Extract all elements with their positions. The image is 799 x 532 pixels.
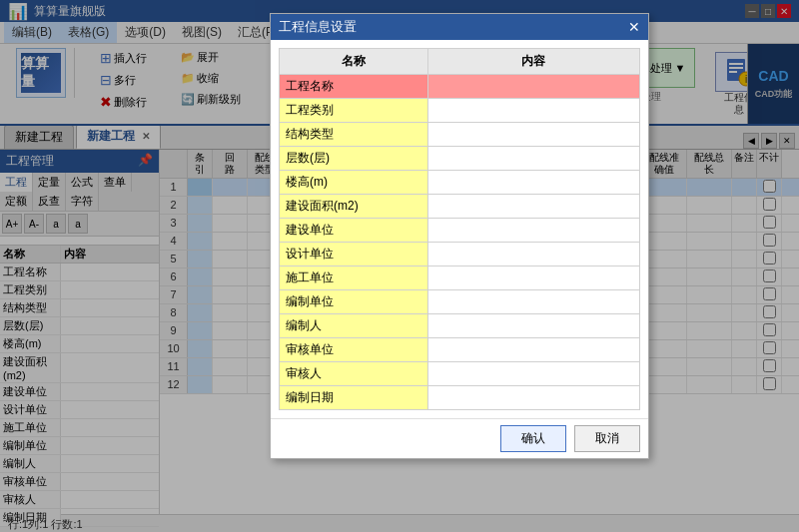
modal-row-9[interactable]: 编制单位 (280, 290, 640, 314)
modal-header-row: 名称 内容 (280, 49, 640, 75)
modal-row-6[interactable]: 建设单位 (280, 219, 640, 243)
modal-overlay: 工程信息设置 ✕ 名称 内容 工程名称 工程类别 结构类型 层数(层) 楼高(m… (0, 0, 799, 532)
modal-cell-name-12: 审核人 (280, 362, 428, 386)
modal-cell-name-5: 建设面积(m2) (280, 195, 428, 219)
modal-row-5[interactable]: 建设面积(m2) (280, 195, 640, 219)
modal-cell-name-8: 施工单位 (280, 266, 428, 290)
modal-row-11[interactable]: 审核单位 (280, 338, 640, 362)
modal-cell-content-8[interactable] (427, 266, 639, 290)
modal-cell-content-10[interactable] (427, 314, 639, 338)
modal-row-7[interactable]: 设计单位 (280, 243, 640, 266)
modal-cell-content-2[interactable] (427, 123, 639, 147)
modal-cell-name-13: 编制日期 (280, 386, 428, 410)
modal-cell-content-7[interactable] (427, 243, 639, 266)
modal-table: 名称 内容 工程名称 工程类别 结构类型 层数(层) 楼高(m) 建设面积(m2… (279, 48, 640, 410)
modal-row-0[interactable]: 工程名称 (280, 75, 640, 99)
modal-cell-name-0: 工程名称 (280, 75, 428, 99)
modal-cell-name-6: 建设单位 (280, 219, 428, 243)
modal-col-name: 名称 (280, 49, 428, 75)
modal-cell-content-6[interactable] (427, 219, 639, 243)
modal-cell-name-3: 层数(层) (280, 147, 428, 171)
modal-row-13[interactable]: 编制日期 (280, 386, 640, 410)
modal-cell-name-9: 编制单位 (280, 290, 428, 314)
modal-title-text: 工程信息设置 (279, 18, 357, 36)
modal-cell-name-1: 工程类别 (280, 99, 428, 123)
modal-row-1[interactable]: 工程类别 (280, 99, 640, 123)
modal-cell-content-4[interactable] (427, 171, 639, 195)
modal-row-8[interactable]: 施工单位 (280, 266, 640, 290)
modal-row-12[interactable]: 审核人 (280, 362, 640, 386)
modal-cell-content-0[interactable] (427, 75, 639, 99)
modal-body: 名称 内容 工程名称 工程类别 结构类型 层数(层) 楼高(m) 建设面积(m2… (271, 40, 648, 418)
modal-row-3[interactable]: 层数(层) (280, 147, 640, 171)
modal-row-2[interactable]: 结构类型 (280, 123, 640, 147)
modal-cell-content-12[interactable] (427, 362, 639, 386)
modal-tbody: 工程名称 工程类别 结构类型 层数(层) 楼高(m) 建设面积(m2) 建设单位… (280, 75, 640, 410)
modal-cancel-button[interactable]: 取消 (574, 425, 640, 452)
modal-row-10[interactable]: 编制人 (280, 314, 640, 338)
modal-footer: 确认 取消 (271, 418, 648, 458)
modal-project-info: 工程信息设置 ✕ 名称 内容 工程名称 工程类别 结构类型 层数(层) 楼高(m… (270, 13, 649, 459)
modal-col-content: 内容 (427, 49, 639, 75)
modal-close-icon[interactable]: ✕ (628, 19, 640, 35)
modal-cell-name-2: 结构类型 (280, 123, 428, 147)
modal-cell-content-5[interactable] (427, 195, 639, 219)
modal-cell-name-10: 编制人 (280, 314, 428, 338)
modal-cell-content-11[interactable] (427, 338, 639, 362)
modal-cell-content-13[interactable] (427, 386, 639, 410)
modal-cell-content-1[interactable] (427, 99, 639, 123)
modal-cell-name-4: 楼高(m) (280, 171, 428, 195)
modal-cell-name-11: 审核单位 (280, 338, 428, 362)
modal-cell-content-3[interactable] (427, 147, 639, 171)
modal-cell-content-9[interactable] (427, 290, 639, 314)
modal-cell-name-7: 设计单位 (280, 243, 428, 266)
modal-title-bar: 工程信息设置 ✕ (271, 14, 648, 40)
modal-row-4[interactable]: 楼高(m) (280, 171, 640, 195)
modal-confirm-button[interactable]: 确认 (500, 425, 566, 452)
